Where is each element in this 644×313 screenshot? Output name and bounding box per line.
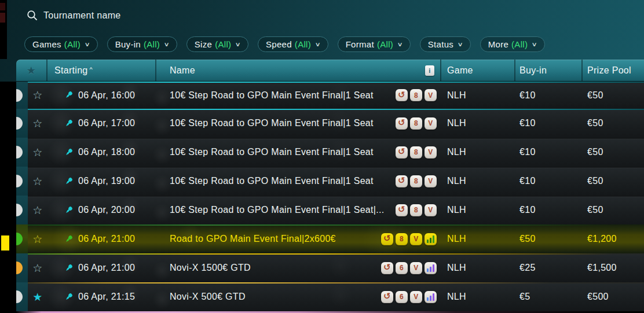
variant-badge-icon: V xyxy=(425,146,437,159)
name-column-header[interactable]: Name i xyxy=(156,60,441,81)
stats-badge-icon xyxy=(425,233,437,245)
table-row[interactable]: ☆06 Apr, 16:0010€ Step Road to GPO Main … xyxy=(16,82,644,109)
game-column-header[interactable]: Game xyxy=(441,60,515,81)
pushpin-icon xyxy=(64,292,74,302)
reentry-arrow: ↺ xyxy=(398,117,405,128)
tournament-name: 10€ Step Road to GPO Main Event Final|1 … xyxy=(170,205,384,215)
starting-cell: 06 Apr, 21:00 xyxy=(47,224,156,253)
game-cell: NLH xyxy=(441,224,515,253)
game-cell: NLH xyxy=(441,82,515,109)
yellow-edge-marker xyxy=(1,235,9,251)
flight-count-badge-icon: 8 xyxy=(410,117,422,130)
filter-label: Status xyxy=(428,39,453,49)
starting-cell: 06 Apr, 16:00 xyxy=(47,82,156,109)
starting-time: 06 Apr, 18:00 xyxy=(78,147,135,157)
table-row[interactable]: ☆06 Apr, 21:00Road to GPO Main Event Fin… xyxy=(16,224,644,253)
prize-pool-column-header[interactable]: Prize Pool xyxy=(583,60,644,81)
reentry-badge-icon: ↺ xyxy=(396,175,408,187)
starting-cell: 06 Apr, 18:00 xyxy=(47,138,156,167)
filter-buyin[interactable]: Buy-in(All)∨ xyxy=(107,36,177,52)
star-outline-icon[interactable]: ☆ xyxy=(32,263,42,274)
reentry-arrow: ↺ xyxy=(383,262,391,273)
table-row[interactable]: ★06 Apr, 21:15Novi-X 500€ GTD↺6VNLH€5€50… xyxy=(16,282,644,311)
reentry-badge-icon: ↺ xyxy=(381,262,393,274)
variant-badge-icon: V xyxy=(425,89,437,101)
name-cell: Novi-X 1500€ GTD↺6V xyxy=(156,253,441,282)
star-outline-icon[interactable]: ☆ xyxy=(32,234,42,245)
starting-column-header[interactable]: Starting ^ xyxy=(47,60,156,81)
buyin-cell: €10 xyxy=(515,109,583,138)
star-outline-icon[interactable]: ☆ xyxy=(32,118,42,129)
game-cell: NLH xyxy=(441,109,515,138)
starting-time: 06 Apr, 21:00 xyxy=(78,234,135,244)
tournament-lobby: Games(All)∨Buy-in(All)∨Size(All)∨Speed(A… xyxy=(0,0,644,313)
tournament-name: 10€ Step Road to GPO Main Event Final|1 … xyxy=(170,90,374,101)
table-row[interactable]: ☆06 Apr, 20:0010€ Step Road to GPO Main … xyxy=(16,196,644,224)
filter-format[interactable]: Format(All)∨ xyxy=(338,36,411,52)
favorite-column-header[interactable]: ★ xyxy=(16,60,47,81)
star-outline-icon[interactable]: ☆ xyxy=(32,205,42,216)
filter-games[interactable]: Games(All)∨ xyxy=(24,36,98,52)
buyin-cell: €10 xyxy=(515,196,583,224)
prize-pool-column-label: Prize Pool xyxy=(587,65,631,76)
filter-all-value: (All) xyxy=(64,39,80,49)
flight-count-badge-icon: 8 xyxy=(410,204,422,216)
reentry-badge-icon: ↺ xyxy=(396,146,408,159)
flight-count-badge-icon: 8 xyxy=(410,146,422,159)
search-input[interactable] xyxy=(43,10,229,21)
star-outline-icon[interactable]: ☆ xyxy=(32,90,42,101)
variant-badge-icon: V xyxy=(410,291,422,303)
filter-size[interactable]: Size(All)∨ xyxy=(186,36,248,52)
flight-count-badge-icon: 8 xyxy=(396,233,408,245)
buyin-cell: €50 xyxy=(515,224,583,253)
prize-pool-cell: €500 xyxy=(583,282,644,311)
filter-speed[interactable]: Speed(All)∨ xyxy=(258,36,328,52)
filter-all-value: (All) xyxy=(144,39,160,49)
variant-badge-icon: V xyxy=(425,175,437,187)
variant-badge-icon: V xyxy=(425,204,437,216)
table-row[interactable]: ☆06 Apr, 19:0010€ Step Road to GPO Main … xyxy=(16,167,644,196)
filter-more[interactable]: More(All)∨ xyxy=(480,36,545,52)
filter-all-value: (All) xyxy=(377,39,393,49)
starting-cell: 06 Apr, 21:00 xyxy=(47,253,156,282)
table-body: ☆06 Apr, 16:0010€ Step Road to GPO Main … xyxy=(16,82,644,311)
filter-label: Buy-in xyxy=(115,39,141,49)
tournament-name: 10€ Step Road to GPO Main Event Final|1 … xyxy=(170,147,374,157)
favorite-cell: ☆ xyxy=(28,224,47,253)
table-row[interactable]: ☆06 Apr, 18:0010€ Step Road to GPO Main … xyxy=(16,138,644,167)
bar-chart-glyph xyxy=(427,235,434,243)
favorite-cell: ☆ xyxy=(28,253,47,282)
star-outline-icon[interactable]: ☆ xyxy=(32,147,42,158)
favorite-cell: ☆ xyxy=(28,82,47,109)
info-icon[interactable]: i xyxy=(425,65,434,76)
star-outline-icon[interactable]: ☆ xyxy=(32,176,42,187)
reentry-arrow: ↺ xyxy=(398,146,405,157)
reentry-badge-icon: ↺ xyxy=(381,291,393,303)
name-cell: 10€ Step Road to GPO Main Event Final|1 … xyxy=(156,196,441,224)
reentry-arrow: ↺ xyxy=(398,90,405,100)
pushpin-icon xyxy=(64,119,74,128)
prize-pool-cell: €50 xyxy=(583,196,644,224)
filter-status[interactable]: Status∨ xyxy=(420,36,471,52)
starting-time: 06 Apr, 21:00 xyxy=(78,263,135,273)
table-row[interactable]: ☆06 Apr, 21:00Novi-X 1500€ GTD↺6VNLH€25€… xyxy=(16,253,644,282)
badge-group: ↺6V xyxy=(381,262,437,274)
badge-group: ↺8V xyxy=(381,233,437,245)
badge-group: ↺8V xyxy=(396,204,437,216)
buyin-cell: €5 xyxy=(515,282,583,311)
table-header: ★ Starting ^ Name i Game Buy-in Prize Po… xyxy=(16,60,644,82)
star-filled-icon[interactable]: ★ xyxy=(32,292,42,303)
badge-group: ↺6V xyxy=(381,291,437,303)
edge-artifact xyxy=(0,3,5,10)
table-row[interactable]: ☆06 Apr, 17:0010€ Step Road to GPO Main … xyxy=(16,109,644,138)
reentry-arrow: ↺ xyxy=(398,175,405,186)
starting-time: 06 Apr, 16:00 xyxy=(78,90,135,101)
reentry-badge-icon: ↺ xyxy=(396,117,408,130)
search-bar[interactable] xyxy=(27,10,229,21)
bar-chart-glyph xyxy=(427,264,434,272)
filter-all-value: (All) xyxy=(215,39,231,49)
starting-time: 06 Apr, 20:00 xyxy=(78,205,135,215)
name-cell: 10€ Step Road to GPO Main Event Final|1 … xyxy=(156,167,441,196)
buyin-column-header[interactable]: Buy-in xyxy=(515,60,583,81)
name-cell: 10€ Step Road to GPO Main Event Final|1 … xyxy=(156,138,441,167)
